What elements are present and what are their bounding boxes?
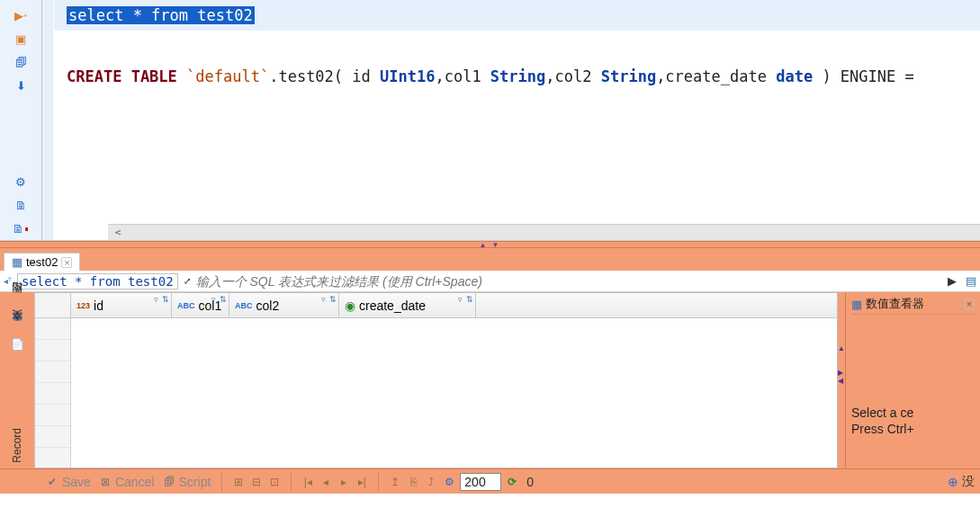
result-filter-bar: ◂ᵀ select * from test02 ⤢ ▶ ▤ xyxy=(0,271,980,292)
filter-input[interactable] xyxy=(196,274,939,289)
duplicate-row-icon[interactable]: ⊟ xyxy=(249,475,264,489)
expand-icon[interactable]: ⤢ xyxy=(184,276,191,286)
filter-next-icon[interactable]: ▶ xyxy=(944,274,960,288)
new-file-icon[interactable]: 🗎 xyxy=(13,197,29,213)
value-viewer-title: 数值查看器 xyxy=(866,296,924,312)
rownum-column xyxy=(35,318,71,468)
editor-left-gutter: ▶+ ▣ 🗐 ⬇ ⚙ 🗎 🗎∎ xyxy=(0,0,42,240)
status-right-icon[interactable]: ⊕ xyxy=(948,475,958,489)
editor-fold-gutter xyxy=(42,0,54,240)
settings-gear-icon[interactable]: ⚙ xyxy=(13,174,29,190)
grid-view-icon[interactable]: ▦ xyxy=(10,308,24,323)
value-viewer-hint1: Select a ce xyxy=(851,405,975,421)
result-tabbar: ▦ test02 × xyxy=(0,248,980,271)
cancel-icon: ⊠ xyxy=(98,475,112,489)
import-icon[interactable]: ↥ xyxy=(388,475,402,489)
first-page-icon[interactable]: |◂ xyxy=(301,475,315,489)
rownum-header[interactable] xyxy=(35,293,71,317)
file-error-icon[interactable]: 🗎∎ xyxy=(13,220,29,236)
vtab-record[interactable]: Record xyxy=(11,428,23,463)
scroll-left-icon[interactable]: < xyxy=(108,218,128,248)
last-page-icon[interactable]: ▸| xyxy=(355,475,369,489)
table-row[interactable] xyxy=(35,318,70,340)
close-panel-icon[interactable]: × xyxy=(964,299,975,309)
value-viewer-panel: ▦ 数值查看器 × Select a ce Press Ctrl+ xyxy=(845,292,980,468)
col-id-header[interactable]: 123 id ▿⇅ xyxy=(71,293,172,317)
script-icon: 🗐 xyxy=(162,475,176,489)
col-col2-header[interactable]: ABC col2 ▿⇅ xyxy=(229,293,339,317)
sort-icon[interactable]: ⇅ xyxy=(466,295,473,304)
result-vertical-tabs: 格图 ▦ 文本 📄 Record xyxy=(0,292,34,468)
filter-icon[interactable]: ▿ xyxy=(458,295,463,304)
sql-badge-icon: ◂ᵀ xyxy=(4,276,12,286)
grid-vscroll-indicator[interactable]: ▲▶◀ xyxy=(838,292,845,468)
export-data-icon[interactable]: ⤴ xyxy=(424,475,438,489)
table-row[interactable] xyxy=(35,340,70,361)
explain-plan-icon[interactable]: 🗐 xyxy=(13,54,29,70)
filter-icon[interactable]: ▿ xyxy=(154,295,158,304)
current-query-text[interactable]: select * from test02 xyxy=(17,273,178,290)
refresh-icon[interactable]: ⟳ xyxy=(505,475,519,489)
configure-icon[interactable]: ⚙ xyxy=(442,475,456,489)
page-size-input[interactable] xyxy=(460,473,501,491)
export-icon[interactable]: ⬇ xyxy=(13,77,29,94)
close-tab-icon[interactable]: × xyxy=(61,257,72,268)
run-icon[interactable]: ▶+ xyxy=(13,7,29,23)
table-row[interactable] xyxy=(35,361,70,383)
sort-icon[interactable]: ⇅ xyxy=(329,295,337,304)
col-createdate-header[interactable]: ◉ create_date ▿⇅ xyxy=(339,293,476,317)
delete-row-icon[interactable]: ⊡ xyxy=(267,475,282,489)
table-row[interactable] xyxy=(35,426,70,448)
grid-header: 123 id ▿⇅ ABC col1 ▿⇅ ABC col2 ▿⇅ ◉ crea… xyxy=(35,293,837,318)
table-icon: ▦ xyxy=(12,255,22,269)
filter-icon[interactable]: ▿ xyxy=(321,295,326,304)
execute-script-icon[interactable]: ▣ xyxy=(13,31,29,47)
table-row[interactable] xyxy=(35,405,70,426)
panels-icon[interactable]: ▤ xyxy=(966,274,976,288)
add-row-icon[interactable]: ⊞ xyxy=(231,475,246,489)
row-count: 0 xyxy=(526,475,534,489)
editor-hscrollbar[interactable]: < xyxy=(108,224,980,240)
col-col1-header[interactable]: ABC col1 ▿⇅ xyxy=(172,293,229,317)
results-grid: 123 id ▿⇅ ABC col1 ▿⇅ ABC col2 ▿⇅ ◉ crea… xyxy=(34,292,838,468)
status-bar: ✔Save ⊠Cancel 🗐Script ⊞ ⊟ ⊡ |◂ ◂ ▸ ▸| ↥ … xyxy=(0,468,980,494)
clock-icon: ◉ xyxy=(345,299,355,313)
result-tab-test02[interactable]: ▦ test02 × xyxy=(4,253,80,271)
selected-sql: select * from test02 xyxy=(67,6,255,24)
check-icon: ✔ xyxy=(45,475,59,489)
cancel-button[interactable]: ⊠Cancel xyxy=(96,475,157,489)
grid-body[interactable] xyxy=(35,318,837,468)
value-viewer-hint2: Press Ctrl+ xyxy=(851,421,975,437)
value-viewer-icon: ▦ xyxy=(851,298,862,311)
sql-editor[interactable]: select * from test02 CREATE TABLE `defau… xyxy=(54,0,980,240)
sort-icon[interactable]: ⇅ xyxy=(162,295,169,304)
save-button[interactable]: ✔Save xyxy=(43,475,93,489)
prev-page-icon[interactable]: ◂ xyxy=(319,475,333,489)
script-button[interactable]: 🗐Script xyxy=(160,475,213,489)
copy-icon[interactable]: ⎘ xyxy=(406,475,420,489)
filter-icon[interactable]: ▿ xyxy=(211,295,216,304)
split-sash[interactable]: ▲ ▼ xyxy=(0,241,980,248)
sort-icon[interactable]: ⇅ xyxy=(220,295,227,304)
next-page-icon[interactable]: ▸ xyxy=(337,475,351,489)
text-view-icon[interactable]: 📄 xyxy=(10,337,24,352)
table-row[interactable] xyxy=(35,383,70,405)
status-right-text: 没 xyxy=(962,474,975,490)
result-tab-label: test02 xyxy=(26,255,58,269)
